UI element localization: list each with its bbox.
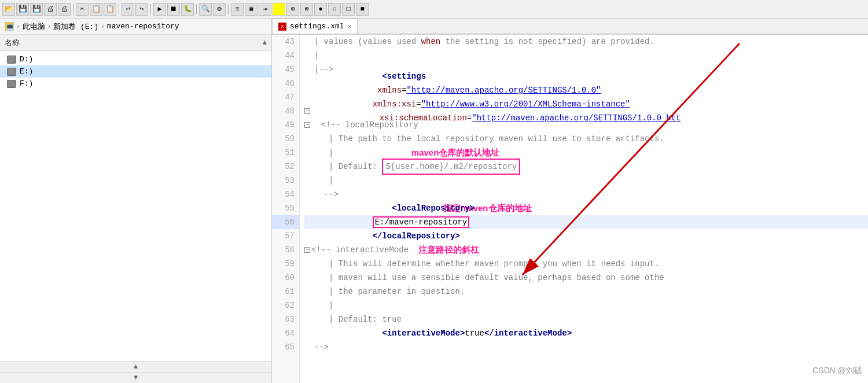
name-column-header: 名称: [5, 38, 20, 48]
toolbar-btn-misc1[interactable]: ⊕: [286, 3, 299, 16]
toolbar-btn-indent[interactable]: ⇥: [259, 3, 271, 16]
annotation-slash-note: 注意路径的斜杠: [418, 243, 479, 257]
code-line-48: - xsi:schemaLocation="http://maven.apach…: [304, 104, 868, 118]
code-text-62: |: [304, 299, 333, 312]
ln-54: 54: [272, 187, 299, 201]
code-text-57: [304, 229, 309, 243]
fold-btn-48[interactable]: -: [304, 108, 310, 114]
code-text-65: -->: [304, 340, 329, 354]
ln-44: 44: [272, 49, 299, 62]
toolbar-btn-search[interactable]: 🔍: [199, 3, 212, 16]
breadcrumb-sep3: ›: [101, 23, 105, 30]
computer-icon: 💻: [5, 22, 14, 31]
ln-57: 57: [272, 229, 299, 243]
toolbar-btn-misc5[interactable]: □: [342, 3, 355, 16]
tab-bar: X settings.xml ✕: [272, 19, 868, 35]
sort-button[interactable]: ▲: [263, 39, 267, 47]
code-line-58: - <!-- interactiveMode 注意路径的斜杠: [304, 243, 868, 257]
ln-61: 61: [272, 285, 299, 299]
ln-45: 45: [272, 62, 299, 76]
ln-56: 56: [272, 215, 299, 229]
separator5: [228, 4, 229, 14]
ln-47: 47: [272, 90, 299, 104]
toolbar-btn-undo[interactable]: ↩: [122, 3, 134, 16]
fold-btn-58[interactable]: -: [304, 247, 310, 253]
toolbar-btn-redo[interactable]: ↪: [135, 3, 148, 16]
code-line-52: | Default: ${user.home}/.m2/repository: [304, 160, 868, 174]
code-lines-container: 43 44 45 46 47 48 49 50 51 52 53 54 55 5…: [272, 35, 868, 383]
code-text-64: <interactiveMode>true</interactiveMode>: [304, 312, 572, 354]
toolbar-btn-stop[interactable]: ⏹: [167, 3, 180, 16]
tab-settings-xml[interactable]: X settings.xml ✕: [272, 19, 358, 34]
toolbar-btn-print[interactable]: 🖨: [44, 3, 57, 16]
code-text-61: | the parameter in question.: [304, 285, 465, 299]
file-item-d[interactable]: D:): [0, 53, 271, 65]
toolbar-btn-misc6[interactable]: ■: [356, 3, 369, 16]
code-text-49: <!-- localRepository: [311, 118, 418, 132]
file-list: D:) E:) F:): [0, 51, 271, 361]
ln-51: 51: [272, 146, 299, 160]
code-text-51a: |: [304, 146, 411, 160]
ln-52: 52: [272, 160, 299, 174]
scroll-up-btn[interactable]: ▲: [134, 363, 138, 371]
code-line-53: |: [304, 174, 868, 187]
code-text-60: | maven will use a sensible default valu…: [304, 271, 664, 285]
toolbar-btn-save[interactable]: 💾: [16, 3, 29, 16]
code-editor: X settings.xml ✕ 43 44 45 46 47 48 49 50…: [272, 19, 868, 383]
toolbar-btn-misc4[interactable]: ○: [328, 3, 341, 16]
code-area[interactable]: | values (values used when the setting i…: [300, 35, 868, 383]
toolbar: 📂 💾 💾 🖨 🖨 ✂ 📋 📋 ↩ ↪ ▶ ⏹ 🐛 🔍 ⚙ ≡ ≣ ⇥ ⊕ ⊗ …: [0, 0, 868, 19]
drive-icon-d: [7, 56, 16, 64]
ln-49: 49: [272, 118, 299, 132]
toolbar-btn-misc2[interactable]: ⊗: [300, 3, 313, 16]
code-content-area[interactable]: 43 44 45 46 47 48 49 50 51 52 53 54 55 5…: [272, 35, 868, 383]
file-explorer: 💻 › 此电脑 › 新加卷 (E:) › maven-repository 名称…: [0, 19, 272, 383]
breadcrumb-sep2: ›: [47, 23, 52, 30]
toolbar-btn-save2[interactable]: 💾: [30, 3, 43, 16]
code-line-56: <localRepository> E:/maven-repository </…: [304, 215, 868, 229]
toolbar-btn-copy[interactable]: 📋: [90, 3, 102, 16]
separator4: [196, 4, 197, 14]
code-text-59: | This will determine whether maven prom…: [304, 257, 659, 271]
ln-46: 46: [272, 76, 299, 90]
ln-50: 50: [272, 132, 299, 146]
breadcrumb-sep1: ›: [16, 23, 20, 30]
csdn-watermark: CSDN @刘破: [812, 363, 862, 377]
toolbar-btn-format[interactable]: ≡: [231, 3, 244, 16]
code-line-51: | maven仓库的默认地址: [304, 146, 868, 160]
code-line-61: | the parameter in question.: [304, 285, 868, 299]
file-list-header: 名称 ▲: [0, 35, 271, 51]
repo-value-box: E:/maven-repository: [373, 216, 470, 228]
default-value-box: ${user.home}/.m2/repository: [382, 159, 520, 175]
toolbar-btn-run[interactable]: ▶: [153, 3, 166, 16]
code-line-64: <interactiveMode>true</interactiveMode>: [304, 326, 868, 340]
toolbar-btn-debug[interactable]: 🐛: [181, 3, 194, 16]
file-item-e[interactable]: E:): [0, 65, 271, 78]
code-line-60: | maven will use a sensible default valu…: [304, 271, 868, 285]
toolbar-btn-settings[interactable]: ⚙: [213, 3, 226, 16]
toolbar-btn-color[interactable]: [273, 3, 285, 16]
fold-btn-49[interactable]: -: [304, 122, 310, 128]
toolbar-btn-print2[interactable]: 🖨: [58, 3, 71, 16]
tab-label: settings.xml: [290, 22, 344, 31]
ln-60: 60: [272, 271, 299, 285]
toolbar-btn-paste[interactable]: 📋: [104, 3, 116, 16]
toolbar-btn-cut[interactable]: ✂: [76, 3, 89, 16]
drive-icon-e: [7, 68, 16, 76]
drive-label-e: E:): [20, 67, 33, 76]
scroll-down-btn[interactable]: ▼: [134, 374, 138, 382]
tab-close-btn[interactable]: ✕: [348, 23, 352, 30]
file-item-f[interactable]: F:): [0, 78, 271, 90]
ln-48: 48: [272, 104, 299, 118]
toolbar-btn-misc3[interactable]: ●: [314, 3, 327, 16]
code-text-43: | values (values used when the setting i…: [304, 35, 654, 49]
toolbar-btn-open[interactable]: 📂: [2, 3, 15, 16]
line-numbers: 43 44 45 46 47 48 49 50 51 52 53 54 55 5…: [272, 35, 300, 383]
code-line-62: |: [304, 299, 868, 312]
ln-43: 43: [272, 35, 299, 49]
ln-58: 58: [272, 243, 299, 257]
ln-64: 64: [272, 326, 299, 340]
toolbar-btn-format2[interactable]: ≣: [245, 3, 258, 16]
code-text-50: | The path to the local repository maven…: [304, 132, 664, 146]
code-line-50: | The path to the local repository maven…: [304, 132, 868, 146]
